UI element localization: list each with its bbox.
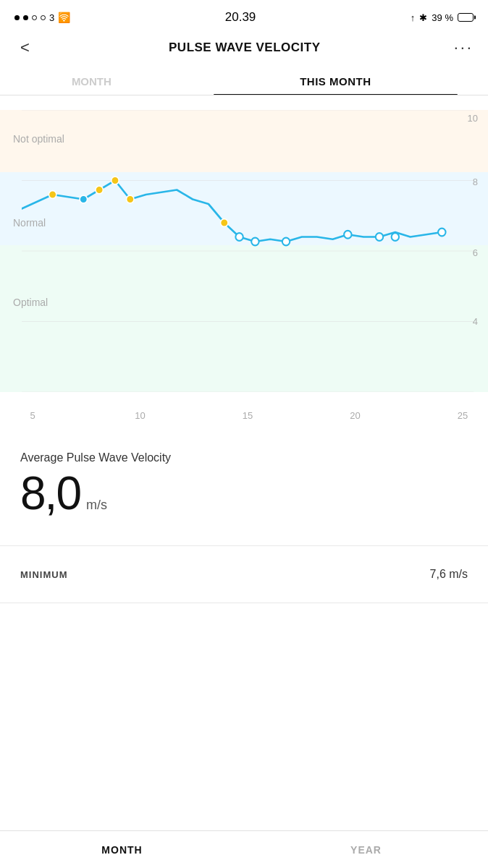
battery-percent: 39 % <box>432 12 453 23</box>
stats-unit: m/s <box>86 498 107 513</box>
divider-2 <box>0 603 488 603</box>
x-label-15: 15 <box>237 410 258 421</box>
signal-number: 3 <box>49 12 54 23</box>
chart-dot-yellow-2 <box>96 186 103 194</box>
chart-dot-yellow-5 <box>221 219 228 227</box>
chart-container: Not optimal Normal Optimal 10 8 6 4 5 <box>0 95 488 428</box>
page-title: PULSE WAVE VELOCITY <box>169 41 320 55</box>
x-label-25: 25 <box>452 410 474 421</box>
chart-dot-yellow-4 <box>127 195 134 203</box>
bluetooth-icon: ✱ <box>419 12 427 23</box>
chart-dot-open-6 <box>392 233 399 241</box>
signal-dot-4 <box>41 15 46 20</box>
chart-dot-yellow-3 <box>112 176 119 184</box>
stats-section: Average Pulse Wave Velocity 8,0 m/s <box>0 428 488 534</box>
signal-dot-3 <box>32 15 37 20</box>
x-label-5: 5 <box>22 410 43 421</box>
status-bar: 3 🛜 20.39 ↑ ✱ 39 % <box>0 0 488 32</box>
bottom-tab-bar: MONTH YEAR <box>0 830 488 868</box>
chart-dot-open-4 <box>344 231 351 239</box>
chart-dot-yellow-1 <box>49 191 56 199</box>
bottom-tab-year[interactable]: YEAR <box>244 831 488 868</box>
nav-bar: < PULSE WAVE VELOCITY ··· <box>0 32 488 67</box>
metric-row-minimum: MINIMUM 7,6 m/s <box>0 558 488 591</box>
chart-dot-open-2 <box>251 238 258 246</box>
battery-icon <box>458 13 474 22</box>
chart-svg <box>22 110 474 392</box>
x-label-20: 20 <box>345 410 366 421</box>
tab-bar: MONTH THIS MONTH <box>0 67 488 95</box>
metric-key-minimum: MINIMUM <box>20 569 68 580</box>
metric-val-minimum: 7,6 m/s <box>430 568 468 581</box>
average-label: Average Pulse Wave Velocity <box>20 451 468 464</box>
location-icon: ↑ <box>411 12 416 23</box>
tab-last-month[interactable]: MONTH <box>0 67 183 95</box>
x-label-10: 10 <box>130 410 151 421</box>
bottom-tab-month[interactable]: MONTH <box>0 831 244 868</box>
stats-number: 8,0 <box>20 470 80 516</box>
back-button[interactable]: < <box>14 35 35 60</box>
chart-dot-open-5 <box>376 233 383 241</box>
status-right: ↑ ✱ 39 % <box>411 12 474 23</box>
stats-value-row: 8,0 m/s <box>20 470 468 516</box>
chart-dot-open-7 <box>438 229 445 237</box>
signal-dot-1 <box>14 15 20 20</box>
signal-dot-2 <box>23 15 28 20</box>
wifi-icon: 🛜 <box>58 12 70 23</box>
divider-1 <box>0 545 488 546</box>
status-left: 3 🛜 <box>14 12 70 23</box>
chart-dot-open-3 <box>282 238 290 246</box>
status-time: 20.39 <box>225 10 256 25</box>
tab-this-month[interactable]: THIS MONTH <box>183 67 488 95</box>
chart-dot-1 <box>80 195 87 203</box>
x-axis: 5 10 15 20 25 <box>22 410 474 421</box>
chart-dot-open-1 <box>235 233 243 241</box>
more-button[interactable]: ··· <box>454 38 474 57</box>
